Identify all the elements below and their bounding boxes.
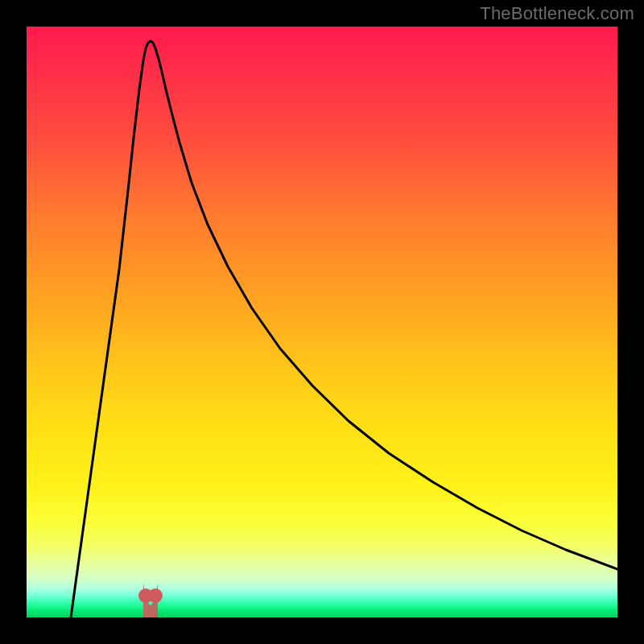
marker-right <box>148 588 163 603</box>
chart-frame: TheBottleneck.com <box>0 0 644 644</box>
bottleneck-curve <box>71 41 617 617</box>
plot-area <box>27 27 617 617</box>
watermark-text: TheBottleneck.com <box>480 3 634 24</box>
chart-svg <box>27 27 617 617</box>
